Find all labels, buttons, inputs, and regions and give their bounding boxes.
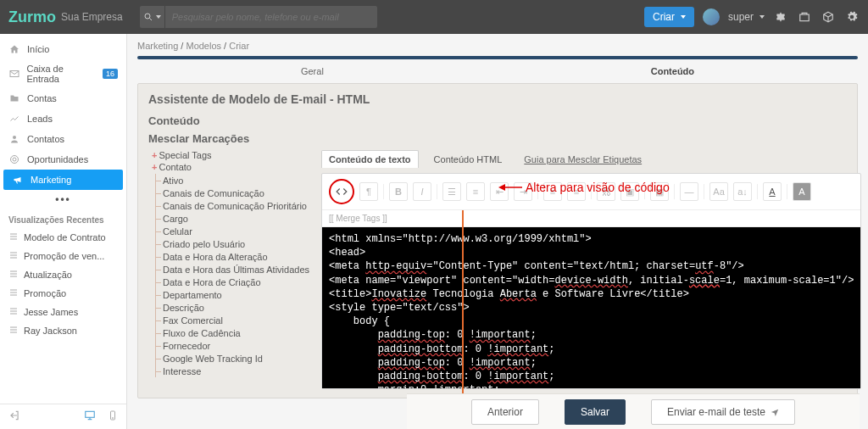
image-icon[interactable]: ▣ bbox=[620, 182, 639, 201]
tree-leaf[interactable]: Ativo bbox=[156, 174, 309, 187]
tree-leaf[interactable]: Interesse bbox=[156, 365, 309, 377]
clear-format-icon[interactable]: a↓ bbox=[733, 182, 752, 201]
editor-toolbar: ¶ B I ☰ ≡ ⇤ ⇥ ≡ ≡ bbox=[322, 174, 860, 210]
tree-leaf[interactable]: Data e Hora das Últimas Atividades bbox=[156, 263, 309, 276]
prev-button[interactable]: Anterior bbox=[471, 399, 539, 425]
user-menu[interactable]: super bbox=[728, 11, 765, 23]
save-button[interactable]: Salvar bbox=[565, 399, 626, 425]
recent-item[interactable]: Modelo de Contrato bbox=[0, 228, 126, 247]
tab-merge-guide[interactable]: Guia para Mesclar Etiquetas bbox=[517, 151, 648, 168]
svg-point-6 bbox=[13, 158, 16, 161]
code-editor[interactable]: <html xmlns="http://www.w3.org/1999/xhtm… bbox=[322, 227, 860, 388]
paragraph-icon[interactable]: ¶ bbox=[359, 182, 378, 201]
recent-item[interactable]: Promoção de ven... bbox=[0, 247, 126, 265]
tree-leaf[interactable]: Descrição bbox=[156, 301, 309, 314]
expand-icon[interactable]: + bbox=[152, 150, 157, 160]
rich-text-editor: ¶ B I ☰ ≡ ⇤ ⇥ ≡ ≡ bbox=[321, 173, 861, 389]
logout-icon[interactable] bbox=[8, 410, 20, 424]
tree-leaf[interactable]: Data e Hora de Criação bbox=[156, 276, 309, 288]
font-size-icon[interactable]: Aa bbox=[709, 182, 728, 201]
hr-icon[interactable]: — bbox=[680, 182, 698, 201]
megaphone-icon bbox=[12, 174, 24, 186]
tree-leaf[interactable]: Fluxo de Cadência bbox=[156, 326, 309, 339]
tab-text-content[interactable]: Conteúdo de texto bbox=[321, 150, 419, 168]
expand-icon[interactable]: + bbox=[152, 162, 157, 172]
recent-item[interactable]: Jesse James bbox=[0, 303, 126, 321]
tree-leaf[interactable]: Celular bbox=[156, 225, 309, 237]
help-icon[interactable] bbox=[797, 9, 812, 25]
tree-leaf[interactable]: Fax Comercial bbox=[156, 314, 309, 326]
list-icon bbox=[8, 269, 19, 281]
folder-icon bbox=[8, 92, 20, 104]
recent-item[interactable]: Atualização bbox=[0, 265, 126, 284]
merge-tags-button[interactable]: [[ Merge Tags ]] bbox=[322, 210, 860, 227]
gear-icon[interactable] bbox=[844, 9, 860, 25]
align-left-icon[interactable]: ≡ bbox=[543, 182, 562, 201]
nav-item-contatos[interactable]: Contatos bbox=[0, 129, 126, 149]
sidebar: InícioCaixa de Entrada16ContasLeadsConta… bbox=[0, 34, 127, 429]
nav-item-leads[interactable]: Leads bbox=[0, 109, 126, 129]
tree-leaf[interactable]: Cargo bbox=[156, 212, 309, 225]
tab-html-content[interactable]: Conteúdo HTML bbox=[427, 151, 509, 168]
logo: Zurmo bbox=[8, 8, 56, 26]
sidebar-footer bbox=[0, 404, 126, 429]
ul-icon[interactable]: ☰ bbox=[442, 182, 461, 201]
editor-panel: Assistente de Modelo de E-mail - HTML Co… bbox=[137, 83, 858, 398]
svg-point-4 bbox=[13, 136, 16, 139]
outdent-icon[interactable]: ⇤ bbox=[490, 182, 509, 201]
nav-item-oportunidades[interactable]: Oportunidades bbox=[0, 149, 126, 170]
tree-leaf[interactable]: Google Web Tracking Id bbox=[156, 352, 309, 365]
nav-item-contas[interactable]: Contas bbox=[0, 88, 126, 109]
search-input[interactable] bbox=[165, 12, 377, 22]
mail-icon bbox=[8, 68, 19, 80]
svg-point-5 bbox=[11, 156, 19, 164]
search-scope-dropdown[interactable] bbox=[140, 6, 165, 28]
notifications-icon[interactable] bbox=[773, 9, 788, 25]
panel-title: Assistente de Modelo de E-mail - HTML bbox=[148, 92, 847, 106]
recent-item[interactable]: Promoção bbox=[0, 284, 126, 303]
send-test-button[interactable]: Enviar e-mail de teste bbox=[651, 399, 795, 425]
tree-leaf[interactable]: Canais de Comunicação bbox=[156, 187, 309, 199]
link-icon[interactable]: ⛓ bbox=[597, 182, 615, 201]
list-icon bbox=[8, 287, 19, 299]
tree-leaf[interactable]: Departamento bbox=[156, 288, 309, 301]
avatar[interactable] bbox=[703, 8, 720, 25]
svg-rect-7 bbox=[86, 411, 95, 417]
nav-item-marketing[interactable]: Marketing bbox=[3, 170, 123, 190]
recent-item[interactable]: Ray Jackson bbox=[0, 321, 126, 340]
phase-conteudo[interactable]: Conteúdo bbox=[651, 66, 694, 76]
cube-icon[interactable] bbox=[821, 9, 836, 25]
ol-icon[interactable]: ≡ bbox=[466, 182, 485, 201]
tree-leaf[interactable]: Data e Hora da Alteração bbox=[156, 250, 309, 263]
phase-geral[interactable]: Geral bbox=[301, 66, 324, 76]
tree-node-special[interactable]: +Special Tags bbox=[148, 150, 309, 160]
nav-item-caixa-de-entrada[interactable]: Caixa de Entrada16 bbox=[0, 59, 126, 88]
tree-node-contato[interactable]: +Contato bbox=[148, 162, 309, 172]
code-view-button[interactable] bbox=[329, 179, 354, 204]
tree-leaf[interactable]: Canais de Comunicação Prioritário bbox=[156, 199, 309, 212]
monitor-icon[interactable] bbox=[84, 410, 96, 424]
bg-color-icon[interactable]: A bbox=[793, 182, 811, 201]
svg-point-9 bbox=[113, 418, 114, 419]
nav-more[interactable]: ••• bbox=[0, 190, 126, 209]
recents-heading: Visualizações Recentes bbox=[0, 209, 126, 228]
content-tabs: Conteúdo de texto Conteúdo HTML Guia par… bbox=[321, 150, 861, 168]
font-color-icon[interactable]: A bbox=[763, 182, 782, 201]
tree-leaf[interactable]: Criado pelo Usuário bbox=[156, 237, 309, 250]
target-icon bbox=[8, 153, 20, 165]
tree-leaf[interactable]: Fornecedor bbox=[156, 339, 309, 352]
badge: 16 bbox=[103, 69, 118, 79]
breadcrumb: Marketing / Modelos / Criar bbox=[137, 41, 858, 51]
indent-icon[interactable]: ⇥ bbox=[514, 182, 532, 201]
company-name: Sua Empresa bbox=[61, 11, 123, 23]
create-button[interactable]: Criar bbox=[644, 7, 694, 27]
italic-icon[interactable]: I bbox=[413, 182, 431, 201]
main-content: Marketing / Modelos / Criar Geral Conteú… bbox=[127, 34, 868, 429]
mobile-icon[interactable] bbox=[108, 410, 118, 424]
align-center-icon[interactable]: ≡ bbox=[567, 182, 586, 201]
list-icon bbox=[8, 325, 19, 337]
table-icon[interactable]: ▦ bbox=[650, 182, 669, 201]
nav-item-início[interactable]: Início bbox=[0, 39, 126, 59]
wizard-phases: Geral Conteúdo bbox=[137, 66, 858, 76]
bold-icon[interactable]: B bbox=[389, 182, 408, 201]
